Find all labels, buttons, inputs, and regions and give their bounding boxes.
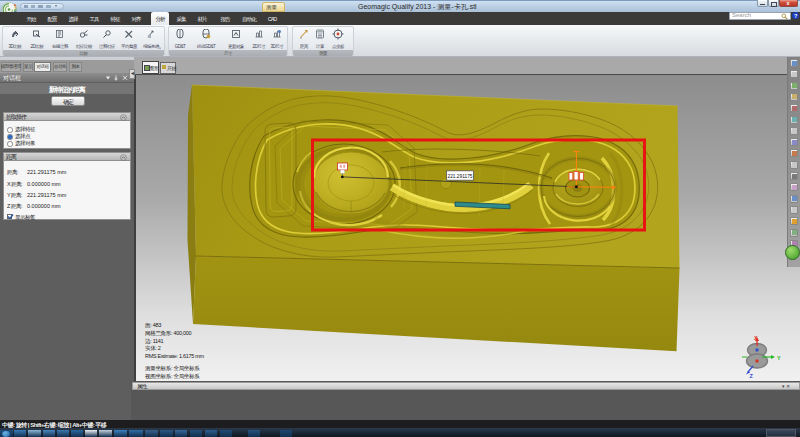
- svg-text:221.291175: 221.291175: [448, 174, 473, 179]
- svg-text:Y: Y: [777, 355, 781, 361]
- svg-text:X: X: [754, 335, 758, 341]
- svg-text:Z: Z: [750, 373, 754, 379]
